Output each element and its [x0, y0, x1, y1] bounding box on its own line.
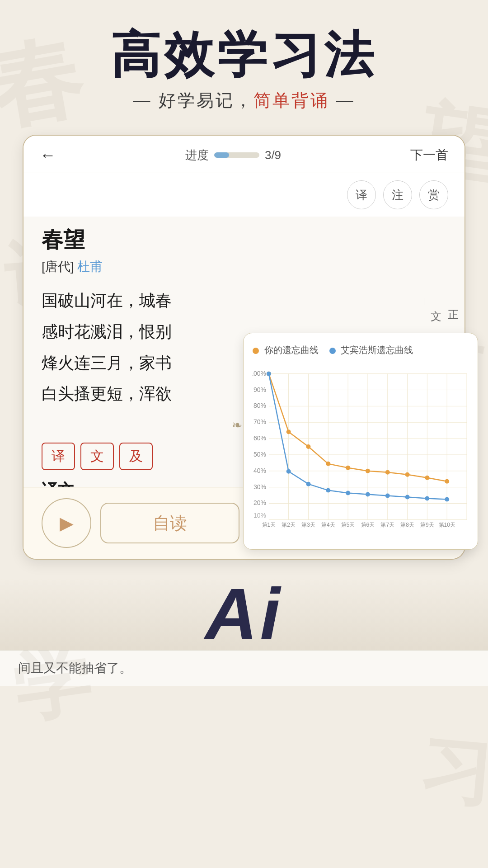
mine-dot-7 — [385, 470, 390, 475]
svg-text:90%: 90% — [253, 386, 266, 393]
play-button[interactable]: ▶ — [42, 498, 91, 548]
ebbinghaus-dot-9 — [425, 496, 429, 501]
svg-text:第4天: 第4天 — [321, 522, 335, 528]
poem-title: 春望 — [42, 226, 424, 255]
mine-dot-4 — [326, 462, 330, 466]
ebbinghaus-dot-5 — [346, 491, 350, 495]
svg-text:20%: 20% — [253, 499, 266, 506]
next-button[interactable]: 下一首 — [410, 146, 448, 164]
self-read-label: 自读 — [153, 512, 187, 535]
mine-dot-9 — [425, 476, 429, 480]
annotate-button[interactable]: 注 — [383, 180, 412, 209]
mine-dot-3 — [306, 444, 311, 449]
mine-dot-2 — [286, 429, 291, 434]
page-subtitle: — 好学易记，简单背诵 — — [18, 89, 470, 112]
appreciate-button[interactable]: 赏 — [419, 180, 448, 209]
back-button[interactable]: ← — [40, 146, 56, 165]
ebbinghaus-dot-7 — [385, 494, 390, 498]
action-buttons-row: 译 注 赏 — [23, 173, 465, 217]
svg-text:第7天: 第7天 — [380, 522, 394, 528]
progress-bar-fill — [214, 152, 229, 158]
svg-text:70%: 70% — [253, 418, 266, 425]
poem-line-1: 国破山河在，城春 — [42, 286, 424, 316]
ebbinghaus-dot-10 — [445, 497, 449, 502]
ebbinghaus-dot-1 — [267, 372, 271, 376]
svg-text:50%: 50% — [253, 451, 266, 458]
svg-text:第2天: 第2天 — [282, 522, 296, 528]
poem-dynasty: [唐代] — [42, 259, 74, 274]
phone-mockup: ← 进度 3/9 下一首 译 注 赏 春望 [唐代] 杜甫 — [23, 135, 465, 560]
progress-value: 3/9 — [265, 148, 281, 162]
mine-dot-10 — [445, 479, 449, 484]
svg-text:第6天: 第6天 — [361, 522, 375, 528]
nav-bar: ← 进度 3/9 下一首 — [23, 136, 465, 173]
svg-text:第9天: 第9天 — [420, 522, 434, 528]
forgetting-curve-chart: 你的遗忘曲线 艾宾浩斯遗忘曲线 100% 90% 80% 70% 6 — [243, 333, 478, 550]
trans-btn-and[interactable]: 及 — [119, 443, 153, 470]
poem-author: [唐代] 杜甫 — [42, 258, 424, 275]
header-section: 高效学习法 — 好学易记，简单背诵 — — [0, 0, 488, 126]
translate-button[interactable]: 译 — [347, 180, 376, 209]
ebbinghaus-dot-3 — [306, 482, 311, 486]
legend-mine: 你的遗忘曲线 — [253, 344, 319, 356]
subtitle-suffix: — — [329, 91, 355, 110]
progress-bar — [214, 152, 259, 158]
page-title: 高效学习法 — [18, 27, 470, 82]
mine-dot-5 — [346, 466, 350, 470]
mine-dot-6 — [366, 469, 370, 473]
chart-legend: 你的遗忘曲线 艾宾浩斯遗忘曲线 — [253, 344, 469, 356]
svg-text:100%: 100% — [253, 370, 266, 377]
svg-text:第10天: 第10天 — [439, 522, 455, 528]
play-icon: ▶ — [60, 513, 74, 533]
subtitle-prefix: — 好学易记， — [133, 91, 253, 110]
ai-label: Ai — [205, 572, 283, 656]
svg-text:40%: 40% — [253, 467, 266, 474]
chart-svg: 100% 90% 80% 70% 60% 50% 40% 30% 20% 10% — [253, 362, 469, 533]
subtitle-highlight: 简单背诵 — [253, 91, 329, 110]
peek-text: 间且又不能抽省了。 — [18, 661, 132, 675]
poem-author-name: 杜甫 — [77, 259, 103, 274]
svg-text:80%: 80% — [253, 402, 266, 409]
ebbinghaus-dot-4 — [326, 488, 330, 493]
ebbinghaus-dot-8 — [405, 495, 410, 500]
legend-dot-ebbinghaus — [329, 348, 336, 354]
trans-btn-text[interactable]: 文 — [80, 443, 114, 470]
chart-svg-container: 100% 90% 80% 70% 60% 50% 40% 30% 20% 10% — [253, 362, 469, 533]
self-read-button[interactable]: 自读 — [100, 503, 239, 543]
trans-btn-translate[interactable]: 译 — [42, 443, 75, 470]
legend-ebbinghaus: 艾宾浩斯遗忘曲线 — [329, 344, 413, 356]
svg-text:第5天: 第5天 — [341, 522, 355, 528]
mine-dot-8 — [405, 472, 410, 477]
progress-label: 进度 — [185, 147, 209, 163]
svg-text:第1天: 第1天 — [262, 522, 276, 528]
progress-indicator: 进度 3/9 — [185, 147, 281, 163]
ai-section: Ai — [0, 578, 488, 650]
svg-text:第3天: 第3天 — [301, 522, 315, 528]
ebbinghaus-dot-2 — [286, 469, 291, 474]
svg-text:30%: 30% — [253, 483, 266, 491]
svg-text:10%: 10% — [253, 512, 266, 519]
svg-text:第8天: 第8天 — [400, 522, 414, 528]
side-label: 正文 — [424, 298, 465, 305]
legend-dot-mine — [253, 348, 259, 354]
ebbinghaus-dot-6 — [366, 492, 370, 497]
svg-text:60%: 60% — [253, 434, 266, 442]
